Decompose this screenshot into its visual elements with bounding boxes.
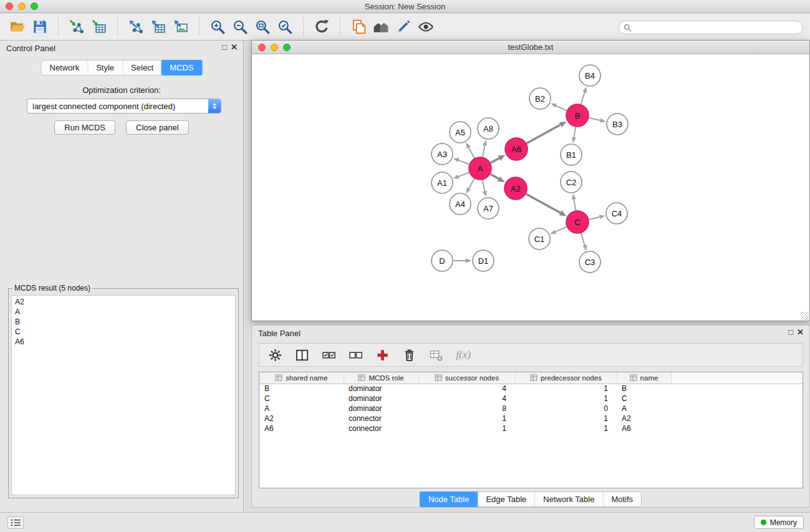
table-row[interactable]: A6connector11A6 [259, 423, 803, 433]
tab-select[interactable]: Select [122, 60, 162, 75]
gear-icon[interactable] [267, 347, 283, 363]
network-node-C4[interactable]: C4 [606, 203, 627, 224]
network-node-A5[interactable]: A5 [450, 122, 471, 143]
table-row[interactable]: Cdominator41C [259, 394, 803, 404]
eye-icon[interactable] [415, 16, 437, 37]
network-maximize-button[interactable] [283, 44, 291, 51]
network-edge-B-B3[interactable] [589, 118, 606, 122]
network-node-A2[interactable]: A2 [504, 177, 527, 200]
network-edge-A-A2[interactable] [491, 174, 505, 182]
network-minimize-button[interactable] [271, 44, 278, 51]
network-node-C1[interactable]: C1 [529, 228, 550, 249]
table-row[interactable]: A2connector11A2 [259, 414, 803, 423]
brush-icon[interactable] [392, 16, 415, 37]
network-edge-C-C2[interactable] [572, 194, 576, 210]
apply-layout-icon[interactable] [311, 16, 333, 37]
network-node-D[interactable]: D [432, 250, 453, 271]
network-edge-C-C3[interactable] [581, 233, 587, 251]
column-header-name[interactable]: name [617, 372, 671, 384]
search-input[interactable] [635, 23, 798, 32]
network-node-D1[interactable]: D1 [473, 250, 494, 271]
save-icon[interactable] [29, 16, 51, 37]
tab-motifs[interactable]: Motifs [602, 492, 641, 506]
delete-table-icon[interactable] [428, 347, 444, 363]
network-close-button[interactable] [258, 44, 266, 51]
tab-node-table[interactable]: Node Table [420, 491, 478, 507]
close-panel-button[interactable]: Close panel [126, 120, 189, 135]
zoom-out-icon[interactable] [229, 16, 251, 37]
mcds-result-item[interactable]: A2 [12, 297, 235, 307]
network-edge-B-B2[interactable] [551, 104, 566, 110]
table-row[interactable]: Adominator80A [259, 404, 803, 414]
mcds-result-item[interactable]: B [12, 317, 235, 327]
network-edge-A-A7[interactable] [483, 180, 487, 197]
network-node-A[interactable]: A [469, 157, 491, 180]
network-node-C2[interactable]: C2 [561, 172, 582, 193]
network-edge-A-A4[interactable] [466, 179, 474, 194]
network-node-C[interactable]: C [566, 211, 589, 233]
delete-row-icon[interactable] [401, 347, 417, 363]
column-header-shared-name[interactable]: shared name [259, 372, 344, 384]
network-edge-B-B1[interactable] [572, 127, 576, 143]
copy-document-icon[interactable] [347, 16, 370, 37]
export-image-icon[interactable] [170, 16, 192, 37]
mcds-result-item[interactable]: A [12, 307, 235, 317]
float-panel-icon[interactable]: □ [222, 43, 227, 52]
network-canvas[interactable]: B4B2BB3A5A8A6B1A3AC2A1A2A4A7C4CC1C3DD1 [252, 54, 809, 321]
network-edge-D-D1[interactable] [453, 258, 471, 263]
network-edge-C-C4[interactable] [589, 215, 605, 220]
search-box[interactable] [619, 21, 803, 34]
tab-edge-table[interactable]: Edge Table [477, 492, 534, 506]
network-node-B3[interactable]: B3 [607, 114, 628, 135]
network-edge-A6-B[interactable] [527, 122, 567, 143]
columns-icon[interactable] [294, 347, 310, 363]
clear-selection-icon[interactable] [347, 347, 364, 363]
table-float-panel-icon[interactable]: □ [788, 328, 793, 337]
column-header-successor-nodes[interactable]: successor nodes [418, 372, 515, 384]
network-node-B2[interactable]: B2 [529, 88, 551, 109]
network-view[interactable]: B4B2BB3A5A8A6B1A3AC2A1A2A4A7C4CC1C3DD1 [252, 54, 809, 321]
select-all-icon[interactable] [321, 347, 337, 363]
network-edge-A-A6[interactable] [491, 155, 506, 163]
task-history-button[interactable] [7, 516, 24, 529]
resize-grip[interactable] [801, 312, 809, 320]
memory-button[interactable]: Memory [754, 516, 804, 529]
open-folder-icon[interactable] [6, 16, 29, 37]
network-edge-A-A5[interactable] [466, 143, 475, 158]
mcds-result-list[interactable]: A2ABCA6 [11, 295, 236, 495]
network-edge-A2-C[interactable] [526, 194, 567, 216]
home-icon[interactable] [370, 16, 392, 37]
column-header-mcds-role[interactable]: MCDS role [344, 372, 418, 384]
network-node-A8[interactable]: A8 [478, 118, 499, 139]
maximize-window-button[interactable] [31, 2, 38, 10]
network-edge-A-A3[interactable] [453, 158, 469, 165]
zoom-selected-icon[interactable] [274, 16, 296, 37]
network-node-B4[interactable]: B4 [579, 65, 600, 86]
table-row[interactable]: Bdominator41B [259, 384, 803, 394]
add-row-icon[interactable] [374, 347, 390, 363]
run-mcds-button[interactable]: Run MCDS [54, 120, 115, 135]
network-edge-B-B4[interactable] [581, 87, 587, 104]
export-network-icon[interactable] [125, 16, 147, 37]
close-panel-icon[interactable]: ✕ [231, 43, 238, 52]
network-node-A6[interactable]: A6 [505, 138, 528, 160]
network-edge-A-A8[interactable] [483, 140, 487, 157]
zoom-in-icon[interactable] [206, 16, 229, 37]
network-node-B[interactable]: B [566, 104, 589, 127]
network-node-A1[interactable]: A1 [432, 172, 453, 193]
network-node-C3[interactable]: C3 [579, 251, 600, 273]
import-table-icon[interactable] [88, 16, 110, 37]
network-edge-C-C1[interactable] [550, 227, 566, 235]
minimize-window-button[interactable] [18, 2, 26, 10]
network-node-A7[interactable]: A7 [478, 198, 499, 219]
zoom-fit-icon[interactable] [251, 16, 274, 37]
function-builder-icon[interactable]: f(x) [455, 347, 471, 363]
close-window-button[interactable] [6, 2, 13, 10]
network-edge-A-A1[interactable] [453, 173, 469, 179]
mcds-result-item[interactable]: A6 [12, 337, 235, 347]
tab-network[interactable]: Network [41, 60, 87, 75]
network-node-A4[interactable]: A4 [450, 193, 471, 215]
network-node-B1[interactable]: B1 [561, 144, 582, 165]
optimization-criterion-dropdown[interactable]: largest connected component (directed) [27, 99, 221, 114]
table-close-panel-icon[interactable]: ✕ [797, 328, 804, 337]
